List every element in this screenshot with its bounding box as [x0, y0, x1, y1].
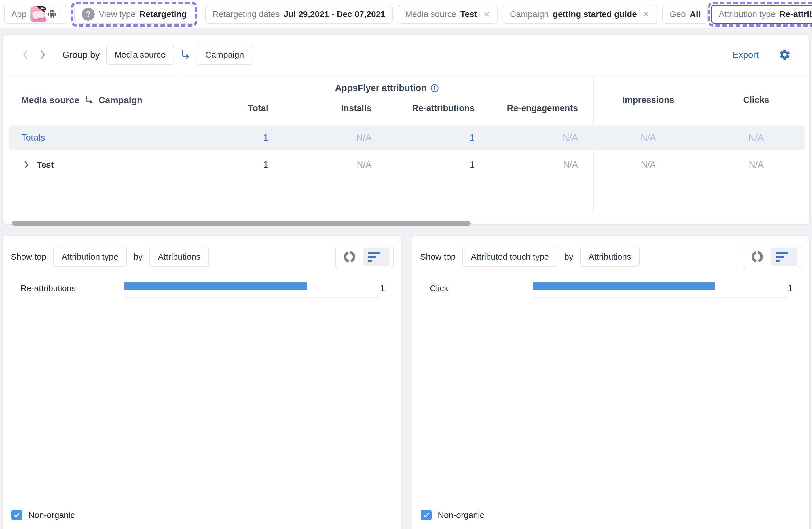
non-organic-checkbox[interactable] — [11, 510, 22, 520]
expand-row-chevron-icon[interactable] — [23, 160, 29, 169]
table-row[interactable]: Test 1 N/A 1 N/A N/A N/A — [3, 150, 809, 179]
attributed-touch-type-chart-panel: Show top Attributed touch type by Attrib… — [412, 235, 810, 529]
bar-value: 1 — [380, 283, 402, 293]
bar-chart-icon[interactable] — [363, 248, 390, 266]
bar-segment[interactable] — [533, 282, 715, 290]
non-organic-checkbox[interactable] — [421, 510, 432, 520]
export-button[interactable]: Export — [733, 49, 759, 60]
show-top-label: Show top — [11, 252, 46, 262]
next-page-icon[interactable] — [34, 49, 52, 60]
groupby-toolbar: Group by Media source Campaign Export — [3, 34, 809, 75]
first-column-header[interactable]: Media source Campaign — [3, 95, 180, 105]
pill-label: Media source — [405, 9, 456, 19]
totals-re-attributions: 1 — [387, 132, 490, 143]
table-header-row: Media source Campaign Total Installs Re-… — [3, 75, 809, 125]
header-media-source: Media source — [21, 95, 79, 105]
remove-filter-icon[interactable] — [483, 11, 490, 18]
pill-label: Attribution type — [719, 9, 775, 19]
metric-select-button[interactable]: Attributions — [149, 247, 209, 267]
totals-row[interactable]: Totals 1 N/A 1 N/A N/A N/A — [3, 125, 809, 150]
view-type-value: Retargeting — [140, 9, 187, 19]
dimension-select-button[interactable]: Attribution type — [53, 247, 127, 267]
totals-installs: N/A — [284, 132, 387, 143]
by-label: by — [564, 252, 573, 262]
checkbox-label: Non-organic — [28, 510, 75, 520]
sub-level-arrow-icon — [84, 95, 94, 105]
pill-label: Retargeting dates — [213, 9, 280, 19]
show-top-label: Show top — [420, 252, 455, 262]
pill-value: getting started guide — [553, 9, 637, 19]
row-installs: N/A — [284, 160, 387, 170]
legend-row: Non-organic — [421, 510, 484, 520]
groupby-label: Group by — [62, 49, 100, 60]
row-re-engagements: N/A — [490, 160, 593, 170]
view-type-label: View type — [99, 9, 135, 19]
dimension-select-button[interactable]: Attributed touch type — [462, 247, 557, 267]
totals-row-label: Totals — [3, 132, 180, 143]
row-re-attributions: 1 — [387, 160, 490, 170]
row-impressions: N/A — [593, 160, 703, 170]
horizontal-scrollbar[interactable] — [12, 221, 470, 226]
column-header-impressions[interactable]: Impressions — [593, 95, 703, 105]
row-total: 1 — [180, 160, 284, 170]
sub-level-arrow-icon — [180, 49, 191, 60]
by-label: by — [133, 252, 143, 262]
bar-value: 1 — [788, 283, 809, 293]
pill-value: Re-attributions — [779, 9, 812, 19]
filter-pill-geo[interactable]: Geo All — [662, 5, 708, 24]
bar-category-label: Re-attributions — [3, 283, 125, 293]
android-platform-badge — [44, 6, 60, 22]
filter-pill-retargeting-dates[interactable]: Retargeting dates Jul 29,2021 - Dec 07,2… — [205, 5, 393, 24]
groupby-primary-button[interactable]: Media source — [106, 44, 174, 65]
bar-chart-icon[interactable] — [771, 248, 797, 266]
app-selector-chip[interactable]: App DEV — [4, 5, 67, 24]
android-icon — [47, 9, 57, 19]
pill-label: Campaign — [510, 9, 549, 19]
chart-type-toggle — [743, 246, 801, 268]
chart-panel-header: Show top Attributed touch type by Attrib… — [412, 246, 809, 268]
pie-chart-icon[interactable] — [339, 248, 360, 266]
column-header-installs[interactable]: Installs — [284, 103, 387, 125]
row-media-source-name: Test — [37, 160, 54, 170]
pill-label: Geo — [670, 9, 686, 19]
filter-pill-campaign[interactable]: Campaign getting started guide — [503, 5, 657, 24]
filter-pill-attribution-type[interactable]: Attribution type Re-attributions — [711, 5, 812, 24]
totals-impressions: N/A — [593, 132, 703, 143]
pill-value: Jul 29,2021 - Dec 07,2021 — [284, 9, 385, 19]
chart-panel-header: Show top Attribution type by Attribution… — [3, 246, 402, 268]
bar-plot-area — [125, 278, 380, 298]
bar-plot-area — [533, 278, 788, 298]
column-header-re-attributions[interactable]: Re-attributions — [387, 103, 490, 125]
remove-filter-icon[interactable] — [642, 11, 650, 18]
totals-total: 1 — [180, 132, 284, 143]
table-settings-gear-icon[interactable] — [779, 48, 791, 61]
app-chip-label: App — [11, 9, 26, 19]
totals-re-engagements: N/A — [490, 132, 593, 143]
view-type-chip[interactable]: ? View type Retargeting — [74, 5, 194, 24]
help-question-icon[interactable]: ? — [82, 8, 95, 21]
legend-row: Non-organic — [11, 510, 75, 520]
attribution-type-chart-panel: Show top Attribution type by Attribution… — [2, 235, 402, 529]
column-header-re-engagements[interactable]: Re-engagements — [490, 103, 593, 125]
attribution-type-highlight: Attribution type Re-attributions — [708, 2, 812, 27]
prev-page-icon[interactable] — [16, 49, 34, 60]
row-clicks: N/A — [703, 160, 809, 170]
header-campaign: Campaign — [99, 95, 143, 105]
pie-chart-icon[interactable] — [747, 248, 768, 266]
chart-bar-row: Click 1 — [412, 278, 809, 298]
bar-category-label: Click — [412, 283, 533, 293]
column-header-clicks[interactable]: Clicks — [703, 95, 809, 105]
filter-pill-media-source[interactable]: Media source Test — [398, 5, 497, 24]
view-type-highlight: ? View type Retargeting — [71, 2, 197, 27]
attribution-table-card: Group by Media source Campaign Export Ap… — [2, 34, 810, 224]
metric-select-button[interactable]: Attributions — [580, 247, 640, 267]
totals-clicks: N/A — [703, 132, 809, 143]
checkbox-label: Non-organic — [438, 510, 484, 520]
column-header-total[interactable]: Total — [180, 103, 284, 125]
bar-segment[interactable] — [125, 282, 307, 290]
groupby-secondary-button[interactable]: Campaign — [197, 44, 252, 65]
pill-value: Test — [460, 9, 477, 19]
pill-value: All — [690, 9, 700, 19]
bar-axis-line — [125, 297, 380, 298]
bar-axis-line — [533, 297, 788, 298]
